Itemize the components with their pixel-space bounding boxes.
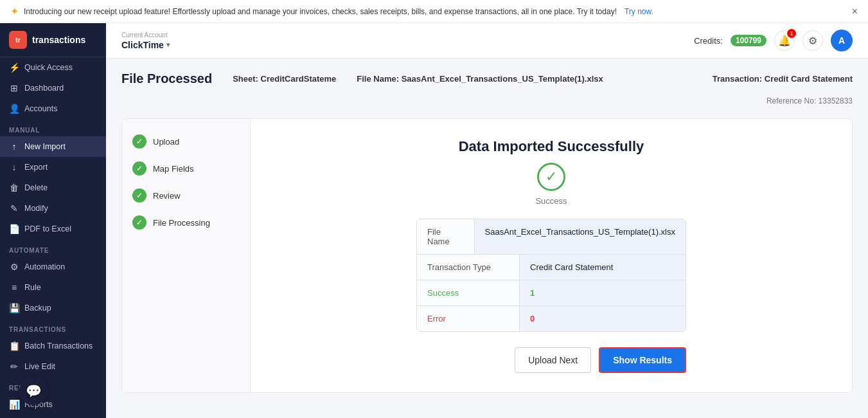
transaction-info: Transaction: Credit Card Statement bbox=[713, 74, 853, 84]
sidebar-label-modify: Modify bbox=[24, 204, 48, 213]
sidebar-item-rule[interactable]: ≡ Rule bbox=[0, 277, 106, 298]
close-banner-button[interactable]: × bbox=[852, 6, 858, 17]
filename-info: File Name: SaasAnt_Excel_Transactions_US… bbox=[357, 74, 603, 84]
sidebar-item-accounts[interactable]: 👤 Accounts bbox=[0, 98, 106, 119]
rule-icon: ≡ bbox=[9, 282, 19, 293]
page-area: File Processed Sheet: CreditCardStateme … bbox=[106, 59, 868, 418]
sidebar-item-export[interactable]: ↓ Export bbox=[0, 157, 106, 177]
transaction-type-label-cell: Transaction Type bbox=[417, 255, 520, 280]
modify-icon: ✎ bbox=[9, 203, 19, 214]
table-row-filename: File Name SaasAnt_Excel_Transactions_US_… bbox=[417, 219, 686, 255]
action-buttons: Upload Next Show Results bbox=[416, 347, 686, 373]
dashboard-icon: ⊞ bbox=[9, 83, 19, 93]
new-import-icon: ↑ bbox=[9, 141, 19, 152]
settings-button[interactable]: ⚙ bbox=[802, 30, 823, 51]
error-count-label-cell: Error bbox=[417, 306, 520, 331]
sidebar-label-batch-transactions: Batch Transactions bbox=[24, 341, 93, 350]
steps-panel: ✓ Upload ✓ Map Fields ✓ Review ✓ File Pr… bbox=[122, 119, 251, 392]
step-label-map-fields: Map Fields bbox=[153, 164, 194, 174]
step-review: ✓ Review bbox=[132, 188, 240, 203]
filename-label-cell: File Name bbox=[417, 219, 475, 254]
show-results-button[interactable]: Show Results bbox=[599, 347, 686, 373]
filename-value-cell: SaasAnt_Excel_Transactions_US_Template(1… bbox=[475, 219, 686, 254]
account-name-dropdown[interactable]: ClickTime ▾ bbox=[121, 40, 170, 50]
account-label: Current Account bbox=[121, 32, 170, 39]
export-icon: ↓ bbox=[9, 162, 19, 172]
sidebar-item-backup[interactable]: 💾 Backup bbox=[0, 298, 106, 318]
batch-icon: 📋 bbox=[9, 341, 19, 351]
sidebar-label-live-edit: Live Edit bbox=[24, 362, 55, 371]
account-selector[interactable]: Current Account ClickTime ▾ bbox=[121, 32, 170, 50]
success-count-label-cell: Success bbox=[417, 280, 520, 305]
reference-number: Reference No: 13352833 bbox=[121, 96, 853, 105]
table-row-transaction-type: Transaction Type Credit Card Statement bbox=[417, 255, 686, 280]
backup-icon: 💾 bbox=[9, 303, 19, 313]
sidebar-item-reports[interactable]: 📊 Reports bbox=[0, 394, 106, 415]
sidebar-label-backup: Backup bbox=[24, 304, 51, 313]
error-count-value-cell: 0 bbox=[520, 306, 686, 331]
sidebar-item-quick-access[interactable]: ⚡ Quick Access bbox=[0, 57, 106, 78]
avatar[interactable]: A bbox=[831, 30, 853, 51]
step-upload: ✓ Upload bbox=[132, 134, 240, 149]
sidebar-item-automation[interactable]: ⚙ Automation bbox=[0, 257, 106, 277]
sidebar: tr transactions ⚡ Quick Access ⊞ Dashboa… bbox=[0, 23, 106, 418]
step-label-file-processing: File Processing bbox=[153, 218, 210, 228]
step-map-fields: ✓ Map Fields bbox=[132, 161, 240, 176]
success-status-label: Success bbox=[535, 196, 567, 206]
credits-value: 100799 bbox=[731, 35, 766, 46]
automation-icon: ⚙ bbox=[9, 262, 19, 272]
try-now-link[interactable]: Try now. bbox=[624, 7, 653, 16]
success-count-value-cell: 1 bbox=[520, 280, 686, 305]
table-row-success: Success 1 bbox=[417, 280, 686, 306]
sidebar-item-account-summary[interactable]: 📑 Account Summary bbox=[0, 415, 106, 418]
sidebar-item-pdf-to-excel[interactable]: 📄 PDF to Excel bbox=[0, 219, 106, 239]
header-bar: Current Account ClickTime ▾ Credits: 100… bbox=[106, 23, 868, 59]
sidebar-item-live-edit[interactable]: ✏ Live Edit bbox=[0, 356, 106, 377]
step-check-file-processing: ✓ bbox=[132, 215, 146, 230]
reports-icon: 📊 bbox=[9, 399, 19, 410]
sidebar-item-delete[interactable]: 🗑 Delete bbox=[0, 177, 106, 198]
live-edit-icon: ✏ bbox=[9, 361, 19, 372]
section-reports: REPORTS bbox=[0, 377, 106, 394]
sidebar-label-export: Export bbox=[24, 163, 48, 172]
main-content: Current Account ClickTime ▾ Credits: 100… bbox=[106, 23, 868, 418]
chevron-down-icon: ▾ bbox=[166, 41, 170, 48]
section-transactions: TRANSACTIONS bbox=[0, 318, 106, 336]
chat-icon: 💬 bbox=[26, 383, 42, 399]
step-check-review: ✓ bbox=[132, 188, 146, 203]
sidebar-item-batch-transactions[interactable]: 📋 Batch Transactions bbox=[0, 336, 106, 356]
notifications-button[interactable]: 🔔 1 bbox=[774, 30, 795, 51]
banner-message: Introducing our new receipt upload featu… bbox=[24, 7, 617, 16]
success-circle-icon: ✓ bbox=[537, 163, 565, 191]
sidebar-label-automation: Automation bbox=[24, 262, 65, 271]
step-label-review: Review bbox=[153, 191, 181, 201]
quick-access-icon: ⚡ bbox=[9, 62, 19, 73]
sidebar-item-dashboard[interactable]: ⊞ Dashboard bbox=[0, 78, 106, 98]
sidebar-label-quick-access: Quick Access bbox=[24, 63, 73, 72]
section-automate: AUTOMATE bbox=[0, 239, 106, 257]
sidebar-item-new-import[interactable]: ↑ New Import bbox=[0, 136, 106, 157]
sidebar-logo: tr transactions bbox=[0, 23, 106, 57]
upload-next-button[interactable]: Upload Next bbox=[515, 347, 591, 373]
sidebar-label-accounts: Accounts bbox=[24, 104, 57, 113]
section-manual: MANUAL bbox=[0, 119, 106, 136]
sheet-info: Sheet: CreditCardStateme bbox=[233, 74, 336, 84]
notification-badge: 1 bbox=[787, 29, 796, 38]
result-table: File Name SaasAnt_Excel_Transactions_US_… bbox=[416, 219, 686, 332]
accounts-icon: 👤 bbox=[9, 104, 19, 114]
delete-icon: 🗑 bbox=[9, 183, 19, 193]
step-file-processing: ✓ File Processing bbox=[132, 215, 240, 230]
result-panel: Data Imported Successfully ✓ Success Fil… bbox=[251, 119, 852, 392]
star-icon: ✦ bbox=[10, 5, 19, 17]
step-check-upload: ✓ bbox=[132, 134, 146, 149]
sidebar-item-modify[interactable]: ✎ Modify bbox=[0, 198, 106, 219]
sidebar-label-pdf-to-excel: PDF to Excel bbox=[24, 224, 71, 233]
logo-text: transactions bbox=[32, 35, 85, 45]
chat-widget-button[interactable]: 💬 bbox=[19, 377, 48, 405]
step-label-upload: Upload bbox=[153, 137, 179, 147]
logo-icon: tr bbox=[9, 31, 27, 49]
pdf-icon: 📄 bbox=[9, 224, 19, 234]
sidebar-label-dashboard: Dashboard bbox=[24, 84, 64, 93]
credits-label: Credits: bbox=[694, 36, 723, 46]
steps-result-container: ✓ Upload ✓ Map Fields ✓ Review ✓ File Pr… bbox=[121, 118, 853, 393]
